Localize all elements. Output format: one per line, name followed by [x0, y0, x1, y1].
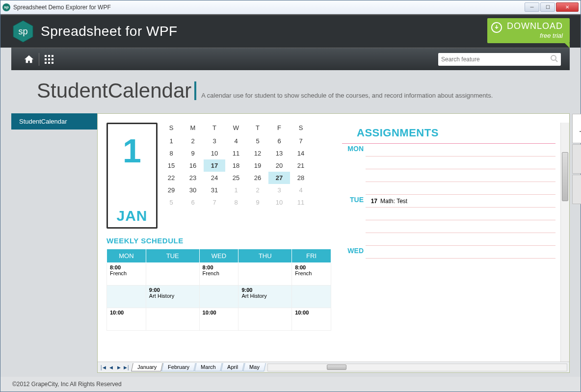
sheet-tab-may[interactable]: May — [243, 363, 265, 371]
schedule-cell[interactable] — [199, 286, 238, 308]
schedule-cell[interactable] — [238, 263, 292, 286]
cal-day[interactable]: 4 — [225, 135, 247, 147]
schedule-cell[interactable] — [146, 308, 199, 331]
schedule-cell[interactable] — [146, 263, 199, 286]
sheet-nav-last[interactable]: ▶│ — [123, 364, 130, 371]
cal-day[interactable]: 9 — [247, 196, 268, 209]
page-title: StudentCalendar — [37, 79, 191, 103]
schedule-cell[interactable] — [238, 308, 292, 331]
sheet-nav-prev[interactable]: ◀ — [107, 364, 114, 371]
cal-day[interactable]: 8 — [225, 196, 247, 209]
cal-day[interactable]: 5 — [160, 196, 182, 209]
horizontal-scrollbar[interactable] — [267, 364, 567, 371]
vertical-scroll-thumb[interactable] — [562, 152, 568, 201]
cal-day[interactable]: 5 — [247, 135, 268, 147]
cal-day[interactable]: 28 — [290, 172, 312, 184]
cal-day[interactable]: 6 — [268, 135, 290, 147]
assignments-header: ASSIGNMENTS — [342, 123, 555, 144]
cal-day[interactable]: 7 — [290, 135, 312, 147]
cal-day[interactable]: 8 — [160, 147, 182, 159]
sheet-tab-february[interactable]: February — [161, 363, 196, 371]
sheet-nav-first[interactable]: │◀ — [100, 364, 106, 371]
schedule-cell[interactable]: 9:00Art History — [146, 286, 199, 308]
schedule-cell[interactable] — [292, 286, 331, 308]
assignment-line[interactable] — [366, 220, 555, 233]
minimize-button[interactable]: ─ — [525, 2, 539, 12]
home-button[interactable] — [20, 51, 38, 68]
cal-day[interactable]: 11 — [225, 147, 247, 159]
schedule-cell[interactable]: 9:00Art History — [238, 286, 292, 308]
cal-day[interactable]: 20 — [268, 159, 290, 172]
sidebar-item-studentcalendar[interactable]: StudentCalendar — [11, 113, 97, 130]
sheet-tab-april[interactable]: April — [221, 363, 244, 371]
cal-day[interactable]: 3 — [204, 135, 225, 147]
assignment-line[interactable] — [366, 182, 555, 195]
assignment-line[interactable] — [366, 246, 555, 259]
cal-day[interactable]: 23 — [182, 172, 204, 184]
schedule-cell[interactable]: 10:00 — [292, 308, 331, 331]
horizontal-scroll-thumb[interactable] — [327, 365, 346, 370]
cal-day[interactable]: 10 — [268, 196, 290, 209]
sheet-nav-next[interactable]: ▶ — [115, 364, 122, 371]
cal-day[interactable]: 10 — [204, 147, 225, 159]
cal-day[interactable]: 16 — [182, 159, 204, 172]
search-input[interactable] — [441, 56, 550, 63]
cal-day[interactable]: 25 — [225, 172, 247, 184]
mini-calendar[interactable]: SMTWTFS123456789101112131415161718192021… — [160, 123, 312, 229]
side-tabs: Sample Xaml Code — [572, 114, 581, 205]
cal-day[interactable]: 7 — [204, 196, 225, 209]
assignment-line[interactable] — [366, 208, 555, 220]
cal-day[interactable]: 26 — [247, 172, 268, 184]
search-box — [438, 53, 561, 66]
spreadsheet-viewer: Sample Xaml Code 1 JAN SMTWTFS1234567891… — [97, 113, 570, 373]
cal-day[interactable]: 31 — [204, 184, 225, 196]
cal-day[interactable]: 1 — [160, 135, 182, 147]
schedule-cell[interactable]: 10:00 — [107, 308, 146, 331]
cal-day[interactable]: 12 — [247, 147, 268, 159]
cal-day[interactable]: 29 — [160, 184, 182, 196]
cal-day[interactable]: 13 — [268, 147, 290, 159]
cal-day[interactable]: 2 — [247, 184, 268, 196]
cal-day[interactable]: 14 — [290, 147, 312, 159]
page-header: StudentCalendar A calendar use for stude… — [11, 70, 570, 113]
cal-day[interactable]: 30 — [182, 184, 204, 196]
tab-code[interactable]: Code — [572, 175, 581, 204]
cal-day[interactable]: 9 — [182, 147, 204, 159]
schedule-cell[interactable]: 8:00French — [292, 263, 331, 286]
cal-day[interactable]: 4 — [290, 184, 312, 196]
cal-day[interactable]: 15 — [160, 159, 182, 172]
sheet-tab-march[interactable]: March — [194, 363, 222, 371]
cal-day[interactable]: 22 — [160, 172, 182, 184]
search-icon[interactable] — [550, 54, 558, 64]
cal-day[interactable]: 24 — [204, 172, 225, 184]
cal-day[interactable]: 18 — [225, 159, 247, 172]
assignment-line[interactable] — [366, 169, 555, 182]
cal-day[interactable]: 1 — [225, 184, 247, 196]
assignment-line[interactable] — [366, 144, 555, 157]
close-button[interactable]: ✕ — [556, 2, 579, 12]
assignment-line[interactable] — [366, 233, 555, 246]
cal-day[interactable]: 17 — [204, 159, 225, 172]
cal-day[interactable]: 6 — [182, 196, 204, 209]
cal-day[interactable]: 21 — [290, 159, 312, 172]
sheet-tab-january[interactable]: January — [131, 363, 163, 371]
assignment-line[interactable]: 17Math: Test — [366, 195, 555, 208]
download-button[interactable]: DOWNLOAD free trial — [487, 18, 570, 43]
schedule-cell[interactable]: 10:00 — [199, 308, 238, 331]
assignment-line[interactable] — [366, 157, 555, 169]
schedule-cell[interactable]: 8:00French — [107, 263, 146, 286]
cal-day[interactable]: 11 — [290, 196, 312, 209]
tab-sample[interactable]: Sample — [572, 114, 581, 143]
cal-day[interactable]: 19 — [247, 159, 268, 172]
maximize-button[interactable]: ☐ — [540, 2, 555, 12]
cal-day[interactable]: 27 — [268, 172, 290, 184]
cal-day[interactable]: 2 — [182, 135, 204, 147]
schedule-cell[interactable] — [107, 286, 146, 308]
page-description: A calendar use for student to show sched… — [201, 92, 493, 99]
vertical-scrollbar[interactable] — [560, 123, 569, 362]
apps-button[interactable] — [40, 51, 58, 68]
cal-day[interactable]: 3 — [268, 184, 290, 196]
schedule-cell[interactable]: 8:00French — [199, 263, 238, 286]
tab-xaml[interactable]: Xaml — [572, 144, 581, 174]
sidebar: StudentCalendar — [11, 113, 97, 373]
